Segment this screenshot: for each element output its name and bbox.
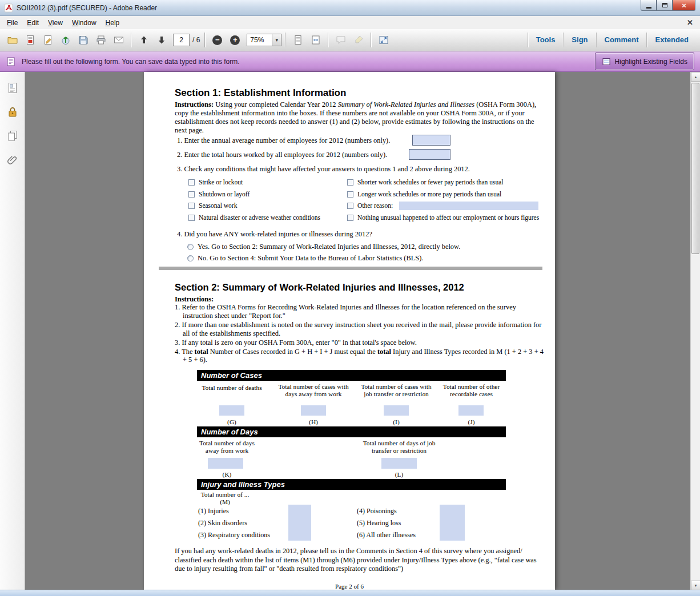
fit-page-button[interactable]: [307, 32, 324, 49]
scrollbar-thumb[interactable]: [691, 83, 699, 254]
scroll-up-button[interactable]: ▲: [691, 72, 700, 82]
natural-disaster-checkbox[interactable]: [188, 215, 195, 221]
field-k-days-away[interactable]: [208, 458, 243, 469]
close-document-icon[interactable]: ✕: [687, 18, 693, 27]
shorter-schedules-checkbox[interactable]: [347, 179, 353, 186]
security-settings-button[interactable]: [4, 104, 21, 120]
sign-pen-icon: [42, 34, 54, 46]
share-upload-button[interactable]: [57, 32, 74, 49]
menu-file[interactable]: File: [2, 17, 22, 29]
cases-col-j-label: Total number of other recordable cases: [437, 383, 506, 398]
strike-lockout-checkbox[interactable]: [188, 179, 195, 186]
seasonal-work-checkbox[interactable]: [188, 203, 195, 209]
save-button[interactable]: [75, 32, 91, 49]
letter-i: (I): [359, 418, 433, 426]
page-thumbnails-button[interactable]: [4, 80, 21, 96]
page-number-input[interactable]: 2: [173, 34, 190, 46]
comment-panel-button[interactable]: Comment: [596, 33, 647, 47]
natural-disaster-label: Natural disaster or adverse weather cond…: [199, 214, 320, 221]
field-m5-hearing-loss[interactable]: [440, 517, 465, 529]
highlight-fields-icon: [602, 57, 611, 66]
zoom-in-button[interactable]: +: [227, 32, 243, 49]
menu-edit[interactable]: Edit: [22, 17, 43, 29]
titlebar[interactable]: SOII2012 (3).pdf (SECURED) - Adobe Reade…: [0, 0, 700, 16]
menu-window[interactable]: Window: [67, 17, 101, 29]
status-bar: [0, 590, 700, 596]
attachments-button[interactable]: [4, 152, 21, 168]
field-m4-poisonings[interactable]: [440, 505, 465, 517]
highlight-existing-fields-label: Highlight Existing Fields: [615, 58, 687, 66]
zoom-in-icon: +: [230, 35, 240, 45]
type-4-label: (4) Poisonings: [357, 507, 397, 516]
yes-option-label: Yes. Go to Section 2: Summary of Work-Re…: [198, 243, 460, 251]
letter-l: (L): [359, 471, 439, 478]
previous-page-button[interactable]: [135, 32, 152, 49]
sign-panel-button[interactable]: Sign: [563, 33, 596, 47]
zoom-dropdown-button[interactable]: ▾: [272, 34, 281, 46]
other-reason-field[interactable]: [399, 202, 538, 210]
window-controls: ×: [641, 0, 695, 11]
menubar: File Edit View Window Help ✕: [0, 16, 700, 29]
strike-lockout-label: Strike or lockout: [199, 179, 243, 186]
close-window-button[interactable]: ×: [673, 0, 695, 11]
paperclip-icon: [6, 154, 19, 166]
sticky-note-button[interactable]: [332, 32, 349, 49]
nothing-unusual-label: Nothing unusual happened to affect our e…: [357, 214, 539, 221]
pages-icon: [6, 130, 19, 142]
zoom-out-icon: −: [212, 35, 222, 45]
deaths-footnote: If you had any work-related deaths in 20…: [175, 547, 545, 574]
seasonal-work-label: Seasonal work: [199, 202, 237, 209]
field-l-days-transfer[interactable]: [381, 458, 417, 469]
number-of-days-header: Number of Days: [197, 426, 506, 437]
instruction-item-3: 3. If any total is zero on your OSHA For…: [175, 339, 547, 347]
print-button[interactable]: [92, 32, 109, 49]
other-reason-checkbox[interactable]: [347, 203, 353, 209]
menu-view[interactable]: View: [43, 17, 67, 29]
field-m1-injuries[interactable]: [288, 505, 311, 517]
pages-button[interactable]: [4, 128, 21, 144]
no-radio[interactable]: [187, 255, 194, 261]
field-m3-respiratory[interactable]: [288, 529, 311, 541]
longer-schedules-checkbox[interactable]: [347, 191, 353, 198]
reading-mode-button[interactable]: [375, 32, 392, 49]
field-g-deaths[interactable]: [219, 405, 244, 416]
nothing-unusual-checkbox[interactable]: [347, 215, 353, 221]
field-i-transfer-cases[interactable]: [384, 405, 409, 416]
next-page-button[interactable]: [153, 32, 170, 49]
field-m2-skin-disorders[interactable]: [288, 517, 311, 529]
shutdown-layoff-checkbox[interactable]: [188, 191, 195, 198]
highlight-existing-fields-button[interactable]: Highlight Existing Fields: [595, 53, 694, 70]
scroll-mode-button[interactable]: [289, 32, 306, 49]
zoom-level-control[interactable]: 75% ▾: [247, 34, 281, 46]
scroll-down-button[interactable]: ▼: [691, 581, 700, 590]
fill-sign-button[interactable]: [39, 32, 56, 49]
maximize-button[interactable]: [657, 0, 673, 11]
menu-help[interactable]: Help: [101, 17, 124, 29]
toolbar-panels: Tools Sign Comment Extended: [528, 29, 697, 51]
highlight-text-button[interactable]: [350, 32, 367, 49]
section1-title: Section 1: Establishment Information: [175, 87, 346, 99]
shorter-schedules-label: Shorter work schedules or fewer pay peri…: [357, 179, 503, 186]
days-col-l-label: Total number of days of job transfer or …: [359, 440, 439, 455]
field-m6-other-illnesses[interactable]: [440, 529, 465, 541]
zoom-out-button[interactable]: −: [209, 32, 226, 49]
open-button[interactable]: [4, 32, 21, 49]
vertical-scrollbar[interactable]: ▲ ▼: [690, 72, 700, 590]
email-button[interactable]: [110, 32, 127, 49]
minimize-icon: [646, 7, 651, 9]
extended-panel-button[interactable]: Extended: [646, 33, 697, 47]
total-hours-field[interactable]: [409, 149, 450, 160]
field-h-days-away-cases[interactable]: [301, 405, 326, 416]
zoom-level-value[interactable]: 75%: [247, 34, 272, 46]
employees-2012-field[interactable]: [412, 135, 450, 146]
yes-radio[interactable]: [187, 244, 194, 250]
question-1: 1. Enter the annual average number of em…: [177, 136, 390, 145]
form-notice-bar: Please fill out the following form. You …: [0, 51, 700, 72]
convert-pdf-button[interactable]: [22, 32, 38, 49]
shutdown-layoff-label: Shutdown or layoff: [199, 191, 250, 198]
tools-button[interactable]: Tools: [528, 33, 564, 47]
minimize-button[interactable]: [641, 0, 657, 11]
question-3: 3. Check any conditions that might have …: [177, 165, 470, 174]
expand-arrows-icon: [378, 34, 389, 46]
field-j-other-cases[interactable]: [458, 405, 484, 416]
